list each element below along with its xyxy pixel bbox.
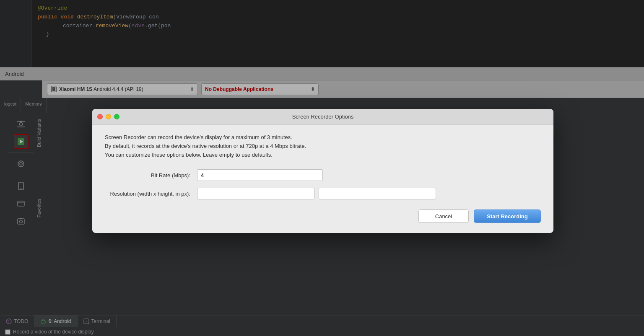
dialog-titlebar: Screen Recorder Options (92, 109, 553, 125)
resolution-inputs (197, 188, 436, 199)
bit-rate-input[interactable] (197, 169, 323, 181)
resolution-width-input[interactable] (197, 188, 314, 199)
dialog-title: Screen Recorder Options (292, 114, 354, 120)
start-recording-button[interactable]: Start Recording (474, 209, 541, 223)
minimize-button[interactable] (106, 114, 111, 119)
cancel-button[interactable]: Cancel (418, 209, 469, 223)
bit-rate-row: Bit Rate (Mbps): (105, 169, 541, 181)
dialog-buttons: Cancel Start Recording (105, 209, 541, 223)
resolution-height-input[interactable] (319, 188, 436, 199)
resolution-row: Resolution (width x height, in px): (105, 188, 541, 199)
modal-overlay: Screen Recorder Options Screen Recorder … (0, 0, 644, 336)
resolution-label: Resolution (width x height, in px): (105, 191, 197, 197)
bit-rate-label: Bit Rate (Mbps): (105, 172, 197, 178)
screen-recorder-dialog: Screen Recorder Options Screen Recorder … (92, 109, 553, 233)
dialog-body: Screen Recorder can record the device's … (92, 125, 553, 233)
dialog-description: Screen Recorder can record the device's … (105, 133, 541, 159)
maximize-button[interactable] (114, 114, 119, 119)
traffic-lights (97, 114, 119, 119)
close-button[interactable] (97, 114, 103, 119)
ide-background: @Override public void destroyItem ( View… (0, 0, 644, 336)
